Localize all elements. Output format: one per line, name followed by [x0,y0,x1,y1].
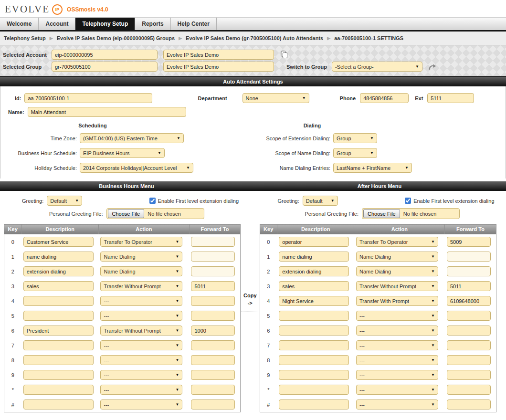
forward-to-input[interactable] [447,281,491,291]
description-input[interactable] [23,355,94,365]
action-select[interactable]: ---▼ [356,370,438,380]
action-select[interactable]: ---▼ [100,399,182,410]
action-select[interactable]: ---▼ [356,340,438,350]
description-input[interactable] [23,252,94,262]
phone-input[interactable] [360,93,409,103]
description-input[interactable] [23,340,94,350]
description-input[interactable] [279,370,349,380]
group-id-field[interactable] [52,62,158,72]
bh-personal-greeting-file-field[interactable]: Choose File No file chosen [106,208,204,219]
description-input[interactable] [279,340,349,350]
action-select[interactable]: ---▼ [356,399,438,410]
action-select[interactable]: Transfer Without Prompt▼ [100,326,182,336]
description-input[interactable] [23,399,94,410]
ext-input[interactable] [427,93,474,103]
forward-to-input[interactable] [447,385,491,395]
action-select[interactable]: Name Dialing▼ [356,266,438,276]
scope-name-dialing-select[interactable]: Group ▼ [333,148,377,158]
action-select[interactable]: Transfer Without Prompt▼ [100,281,182,291]
description-input[interactable] [23,370,94,380]
description-input[interactable] [23,326,94,336]
description-input[interactable] [279,237,349,247]
forward-to-input[interactable] [447,399,491,410]
tab-welcome[interactable]: Welcome [0,18,39,30]
forward-to-input[interactable] [191,311,235,321]
bh-enable-first-level-checkbox[interactable] [149,198,156,204]
group-name-field[interactable] [163,62,274,72]
description-input[interactable] [279,252,349,262]
aa-name-input[interactable] [28,107,186,117]
group-switch-select[interactable]: -Select a Group- ▼ [332,62,422,72]
aa-id-input[interactable] [24,93,152,103]
forward-to-input[interactable] [191,355,235,365]
forward-to-input[interactable] [447,355,491,365]
action-select[interactable]: Name Dialing▼ [100,266,182,276]
bh-greeting-select[interactable]: Default ▼ [47,196,82,206]
forward-to-input[interactable] [447,340,491,350]
ah-personal-greeting-file-field[interactable]: Choose File No file chosen [362,208,460,219]
description-input[interactable] [23,266,94,276]
tab-telephony-setup[interactable]: Telephony Setup [75,18,135,30]
forward-to-input[interactable] [447,311,491,321]
business-hour-schedule-select[interactable]: EIP Business Hours ▼ [80,148,165,158]
ah-greeting-select[interactable]: Default ▼ [303,196,338,206]
department-select[interactable]: None ▼ [242,93,309,103]
description-input[interactable] [23,311,94,321]
action-select[interactable]: ---▼ [100,311,182,321]
description-input[interactable] [23,385,94,395]
breadcrumb-item[interactable]: Evolve IP Sales Demo (eip-0000000095) Gr… [57,35,175,41]
description-input[interactable] [23,281,94,291]
action-select[interactable]: Transfer To Operator▼ [100,237,182,247]
description-input[interactable] [279,355,349,365]
description-input[interactable] [279,311,349,321]
action-select[interactable]: ---▼ [356,311,438,321]
description-input[interactable] [23,237,94,247]
forward-to-input[interactable] [191,252,235,262]
description-input[interactable] [279,326,349,336]
forward-to-input[interactable] [191,281,235,291]
forward-to-input[interactable] [191,399,235,410]
copy-icon[interactable] [281,51,288,59]
description-input[interactable] [279,399,349,410]
description-input[interactable] [23,296,94,306]
copy-button[interactable]: Copy -> [241,292,259,312]
description-input[interactable] [279,266,349,276]
forward-to-input[interactable] [447,237,491,247]
forward-to-input[interactable] [191,296,235,306]
description-input[interactable] [279,296,349,306]
forward-to-input[interactable] [191,326,235,336]
account-id-field[interactable] [52,50,158,60]
tab-reports[interactable]: Reports [135,18,170,30]
action-select[interactable]: ---▼ [100,385,182,395]
action-select[interactable]: Name Dialing▼ [100,252,182,262]
forward-to-input[interactable] [191,340,235,350]
action-select[interactable]: ---▼ [100,355,182,365]
description-input[interactable] [279,385,349,395]
action-select[interactable]: ---▼ [356,355,438,365]
description-input[interactable] [279,281,349,291]
action-select[interactable]: ---▼ [356,326,438,336]
forward-to-input[interactable] [447,326,491,336]
action-select[interactable]: ---▼ [100,370,182,380]
forward-to-input[interactable] [447,266,491,276]
ah-enable-first-level-checkbox[interactable] [405,198,411,204]
account-name-field[interactable] [163,50,274,60]
breadcrumb-item[interactable]: Evolve IP Sales Demo (gr-7005005100) Aut… [186,35,323,41]
forward-to-input[interactable] [191,237,235,247]
time-zone-select[interactable]: (GMT-04:00) (US) Eastern Time ▼ [80,133,184,143]
action-select[interactable]: Transfer Without Prompt▼ [356,281,438,291]
forward-to-input[interactable] [447,252,491,262]
breadcrumb-item[interactable]: Telephony Setup [4,35,46,41]
forward-to-input[interactable] [191,266,235,276]
go-arrow-icon[interactable] [428,63,437,70]
tab-help-center[interactable]: Help Center [171,18,217,30]
tab-account[interactable]: Account [39,18,75,30]
action-select[interactable]: ---▼ [356,385,438,395]
action-select[interactable]: Transfer With Prompt▼ [356,296,438,306]
holiday-schedule-select[interactable]: 2014 Corporate Holidays||Account Level ▼ [80,163,193,173]
scope-extension-dialing-select[interactable]: Group ▼ [333,133,377,143]
action-select[interactable]: ---▼ [100,296,182,306]
action-select[interactable]: Transfer To Operator▼ [356,237,438,247]
action-select[interactable]: Name Dialing▼ [356,252,438,262]
forward-to-input[interactable] [447,370,491,380]
